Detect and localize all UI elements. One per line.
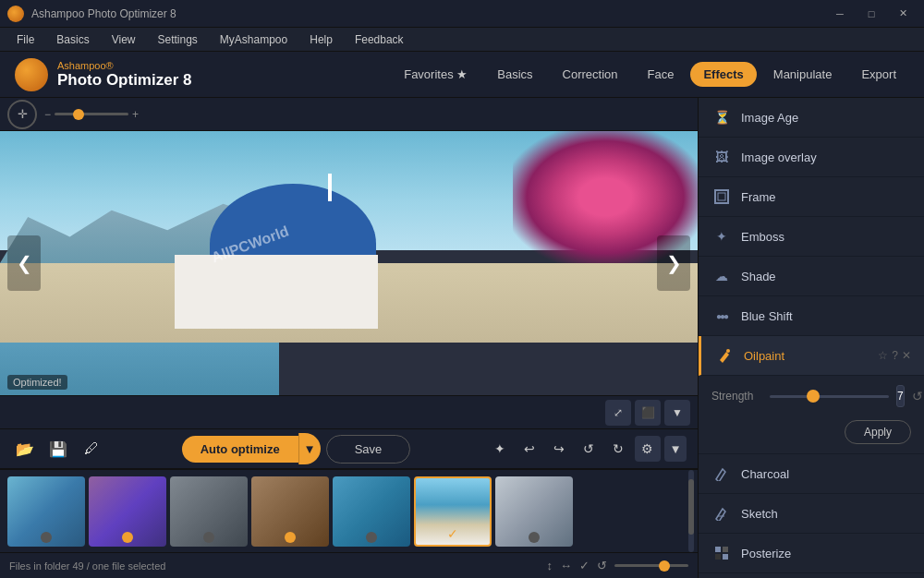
effects-charcoal[interactable]: Charcoal [699, 454, 924, 494]
menu-view[interactable]: View [103, 31, 145, 48]
sort-icon[interactable]: ↕ [547, 559, 553, 572]
auto-optimize-dropdown[interactable]: ▼ [298, 433, 321, 464]
fit-icon[interactable]: ↔ [560, 559, 572, 572]
emboss-label: Emboss [741, 230, 911, 244]
thumbnail-3[interactable] [170, 476, 248, 547]
main-content: ✛ − + AllPCWorld [0, 98, 924, 578]
open-file-button[interactable]: 📂 [11, 435, 39, 463]
effects-frame[interactable]: Frame [699, 177, 924, 217]
thumb-1-indicator [41, 532, 52, 543]
effects-image-age[interactable]: ⏳ Image Age [699, 98, 924, 138]
blue-shift-label: Blue Shift [741, 309, 911, 323]
status-text: Files in folder 49 / one file selected [9, 560, 165, 572]
apply-button[interactable]: Apply [845, 420, 911, 444]
effects-oilpaint[interactable]: Oilpaint ☆ ? ✕ [699, 336, 924, 376]
fullscreen-button[interactable]: ⤢ [605, 400, 631, 426]
effects-sketch[interactable]: Sketch [699, 494, 924, 534]
menu-feedback[interactable]: Feedback [346, 31, 413, 48]
top-navigation: Ashampoo® Photo Optimizer 8 Favorites ★ … [0, 52, 924, 98]
optimized-badge: Optimized! [7, 375, 67, 390]
undo-button[interactable]: ↩ [517, 436, 542, 462]
logo-area: Ashampoo® Photo Optimizer 8 [15, 58, 191, 91]
shade-label: Shade [741, 270, 911, 283]
rotate-left-button[interactable]: ↺ [576, 436, 602, 462]
oilpaint-actions: ☆ ? ✕ [878, 349, 911, 362]
nav-buttons: Favorites ★ Basics Correction Face Effec… [391, 62, 909, 87]
thumb-7-indicator [529, 532, 540, 543]
oilpaint-close-icon[interactable]: ✕ [902, 349, 911, 362]
action-left: 📂 💾 🖊 [11, 435, 105, 463]
nav-correction[interactable]: Correction [550, 62, 631, 87]
thumbnail-1[interactable] [7, 476, 85, 547]
thumbnail-6[interactable]: ✓ [414, 476, 492, 547]
thumbnail-scrollbar[interactable] [688, 470, 694, 552]
effects-shade[interactable]: ☁ Shade [699, 257, 924, 296]
menu-basics[interactable]: Basics [47, 31, 98, 48]
save-as-button[interactable]: 💾 [44, 435, 72, 463]
check-icon[interactable]: ✓ [579, 559, 590, 572]
magic-wand-button[interactable]: ✦ [487, 436, 513, 462]
thumb-3-indicator [203, 532, 214, 543]
zoom-max-label: + [132, 108, 139, 121]
minimize-button[interactable]: ─ [826, 5, 854, 23]
svg-rect-1 [718, 193, 725, 200]
maximize-button[interactable]: □ [857, 5, 885, 23]
settings-button[interactable]: ⚙ [635, 436, 661, 462]
more-options-button[interactable]: ▼ [664, 436, 687, 462]
effects-emboss[interactable]: ✦ Emboss [699, 217, 924, 257]
logo-text: Ashampoo® Photo Optimizer 8 [57, 60, 191, 90]
effects-blue-shift[interactable]: ●●● Blue Shift [699, 296, 924, 336]
prev-image-button[interactable]: ❮ [7, 235, 41, 291]
view-mode-button[interactable]: ⬛ [635, 400, 661, 426]
edit-button[interactable]: 🖊 [78, 435, 105, 463]
viewer-bottom-toolbar: ⤢ ⬛ ▼ [0, 395, 698, 428]
effects-solarize[interactable]: Solarize [699, 573, 924, 578]
next-image-button[interactable]: ❯ [657, 235, 690, 291]
menu-myashampoo[interactable]: MyAshampoo [211, 31, 297, 48]
logo-icon [15, 58, 48, 91]
menu-settings[interactable]: Settings [148, 31, 206, 48]
zoom-slider[interactable] [55, 113, 128, 115]
nav-favorites[interactable]: Favorites ★ [391, 62, 480, 87]
strength-reset-icon[interactable]: ↺ [912, 389, 923, 403]
thumbnail-5[interactable] [333, 476, 410, 547]
strength-label: Strength [711, 390, 762, 403]
oilpaint-favorite-icon[interactable]: ☆ [878, 349, 888, 362]
oilpaint-info-icon[interactable]: ? [892, 349, 898, 362]
thumbnail-2[interactable] [89, 476, 166, 547]
save-button[interactable]: Save [326, 435, 411, 464]
rotate-right-button[interactable]: ↻ [605, 436, 631, 462]
effects-posterize[interactable]: Posterize [699, 534, 924, 573]
thumb-6-check-icon: ✓ [447, 526, 458, 541]
cross-layer [328, 174, 332, 201]
view-options-button[interactable]: ▼ [664, 400, 690, 426]
redo-button[interactable]: ↪ [546, 436, 572, 462]
effects-image-overlay[interactable]: 🖼 Image overlay [699, 138, 924, 177]
window-controls: ─ □ ✕ [826, 5, 917, 23]
menu-help[interactable]: Help [300, 31, 342, 48]
nav-basics[interactable]: Basics [484, 62, 545, 87]
titlebar: Ashampoo Photo Optimizer 8 ─ □ ✕ [0, 0, 924, 28]
strength-slider[interactable] [770, 395, 889, 398]
image-age-icon: ⏳ [711, 107, 732, 127]
app-content: Ashampoo® Photo Optimizer 8 Favorites ★ … [0, 52, 924, 578]
auto-optimize-button[interactable]: Auto optimize [182, 436, 298, 463]
thumbnail-4[interactable] [251, 476, 329, 547]
brand-name: Ashampoo® [57, 60, 191, 71]
photo-canvas: AllPCWorld Optimized! [0, 131, 698, 395]
thumbnail-7[interactable] [495, 476, 573, 547]
thumbnail-size-slider[interactable] [614, 564, 688, 567]
close-button[interactable]: ✕ [889, 5, 917, 23]
menu-file[interactable]: File [7, 31, 43, 48]
nav-export[interactable]: Export [848, 62, 909, 87]
nav-effects[interactable]: Effects [690, 62, 756, 87]
nav-face[interactable]: Face [635, 62, 687, 87]
nav-manipulate[interactable]: Manipulate [760, 62, 845, 87]
statusbar-right: ↕ ↔ ✓ ↺ [547, 559, 689, 572]
app-name: Photo Optimizer 8 [57, 71, 191, 90]
titlebar-title: Ashampoo Photo Optimizer 8 [31, 7, 176, 20]
emboss-icon: ✦ [711, 226, 732, 247]
refresh-icon[interactable]: ↺ [597, 559, 607, 572]
pan-control[interactable]: ✛ [7, 100, 37, 129]
strength-value: 7 [896, 385, 905, 407]
